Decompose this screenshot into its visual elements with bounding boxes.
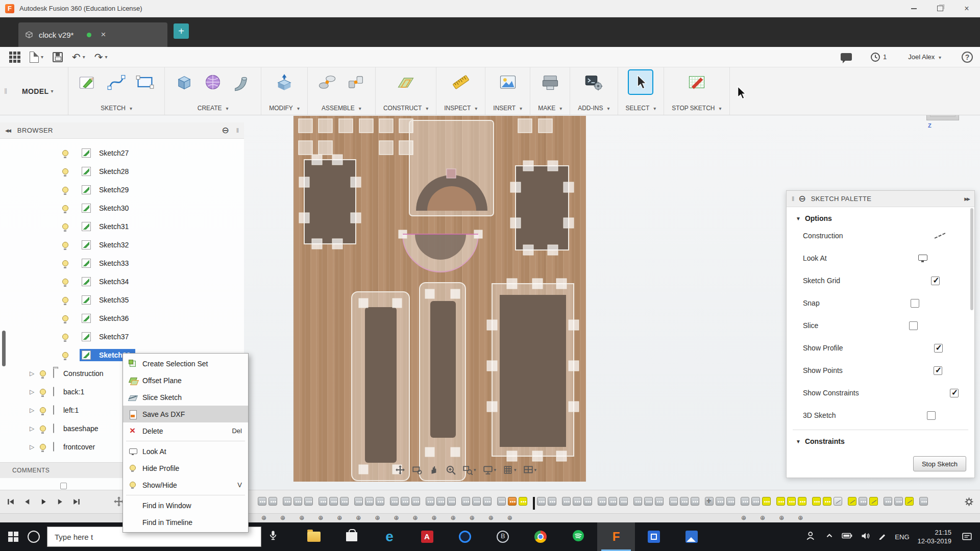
timeline-feature-icon[interactable] xyxy=(894,497,903,506)
timeline-feature-icon[interactable] xyxy=(562,497,571,506)
timeline-feature-icon[interactable] xyxy=(919,497,928,506)
action-center-icon[interactable] xyxy=(960,532,975,541)
palette-option-row[interactable]: 3D Sketch xyxy=(787,404,974,427)
ribbon-group-label[interactable]: INSERT▾ xyxy=(493,105,522,113)
ribbon-group-label[interactable]: CONSTRUCT▾ xyxy=(383,105,428,113)
expand-group-icon[interactable]: ⊕ xyxy=(261,514,266,522)
menu-item[interactable]: Hide Profile xyxy=(123,460,248,477)
visibility-bulb-icon[interactable] xyxy=(62,315,68,321)
add-ins-icon[interactable] xyxy=(582,70,605,94)
browser-sketch-row[interactable]: Sketch34 xyxy=(0,272,244,291)
timeline-feature-icon[interactable] xyxy=(411,497,420,506)
visibility-bulb-icon[interactable] xyxy=(62,279,68,285)
timeline-feature-icon[interactable] xyxy=(598,497,606,506)
palette-option-row[interactable]: Show Profile xyxy=(787,337,974,359)
checkbox[interactable] xyxy=(934,344,943,353)
expand-group-icon[interactable]: ⊕ xyxy=(760,514,765,522)
collapse-icon[interactable]: ⊖ xyxy=(798,193,805,204)
store-icon[interactable] xyxy=(333,522,371,551)
timeline-feature-icon[interactable] xyxy=(823,497,831,506)
palette-option-construction[interactable]: Construction xyxy=(787,224,974,247)
timeline-feature-icon[interactable] xyxy=(258,497,266,506)
menu-item[interactable]: Offset Plane xyxy=(123,372,248,389)
battery-icon[interactable] xyxy=(842,532,853,541)
expand-group-icon[interactable]: ⊕ xyxy=(432,514,437,522)
visibility-bulb-icon[interactable] xyxy=(40,444,46,450)
timeline-feature-icon[interactable] xyxy=(573,497,581,506)
collapse-panel-icon[interactable]: ◀◀ xyxy=(5,128,10,133)
visibility-bulb-icon[interactable] xyxy=(62,187,68,193)
create-sketch-icon[interactable] xyxy=(76,70,100,94)
step-forward-button[interactable] xyxy=(53,495,66,508)
expand-group-icon[interactable]: ⊕ xyxy=(356,514,361,522)
b-app-icon[interactable] xyxy=(484,522,522,551)
stop-sketch-button[interactable]: Stop Sketch xyxy=(913,456,966,471)
form-icon[interactable] xyxy=(201,70,225,94)
visibility-bulb-icon[interactable] xyxy=(62,168,68,174)
timeline-feature-icon[interactable] xyxy=(318,497,327,506)
visibility-bulb-icon[interactable] xyxy=(40,389,46,395)
workspace-switcher[interactable]: MODEL ▾ xyxy=(7,67,68,115)
minimize-button[interactable] xyxy=(900,0,927,17)
browser-sketch-row[interactable]: Sketch32 xyxy=(0,236,244,254)
go-to-start-button[interactable] xyxy=(4,495,17,508)
make-icon[interactable] xyxy=(538,70,562,94)
go-to-end-button[interactable] xyxy=(69,495,83,508)
palette-option-row[interactable]: Slice xyxy=(787,314,974,337)
menu-item[interactable]: Look At xyxy=(123,443,248,460)
save-button[interactable] xyxy=(53,49,63,65)
timeline-feature-icon[interactable] xyxy=(329,497,338,506)
as-built-joint-icon[interactable] xyxy=(344,70,368,94)
file-menu-button[interactable]: ▾ xyxy=(30,49,43,65)
timeline-feature-icon[interactable] xyxy=(472,497,481,506)
checkbox[interactable] xyxy=(934,366,942,375)
expand-group-icon[interactable]: ⊕ xyxy=(299,514,304,522)
timeline-feature-icon[interactable] xyxy=(354,497,363,506)
tray-clock[interactable]: 21:15 12-03-2019 xyxy=(918,528,952,545)
stop-sketch-icon[interactable] xyxy=(685,70,708,94)
timeline-feature-icon[interactable] xyxy=(859,497,867,506)
menu-item[interactable]: Create Selection Set xyxy=(123,355,248,372)
timeline-feature-icon[interactable] xyxy=(508,497,517,506)
timeline-feature-icon[interactable] xyxy=(751,497,760,506)
pan-icon[interactable] xyxy=(394,463,406,477)
step-back-button[interactable] xyxy=(20,495,34,508)
timeline-feature-icon[interactable] xyxy=(365,497,374,506)
browser-sketch-row[interactable]: Sketch30 xyxy=(0,199,244,217)
select-tool-icon[interactable] xyxy=(629,70,652,94)
ribbon-group-label[interactable]: ASSEMBLE▾ xyxy=(322,105,361,113)
zoom-icon[interactable] xyxy=(445,463,457,477)
expand-arrow-icon[interactable]: ▷ xyxy=(30,388,40,395)
browser-sketch-row[interactable]: Sketch37 xyxy=(0,328,244,346)
expand-group-icon[interactable]: ⊕ xyxy=(280,514,285,522)
visibility-bulb-icon[interactable] xyxy=(40,370,46,377)
timeline-feature-icon[interactable] xyxy=(905,497,914,506)
redo-button[interactable]: ↷▾ xyxy=(94,49,108,65)
comment-bubble-icon[interactable] xyxy=(841,53,852,61)
pan-hand-icon[interactable] xyxy=(428,463,440,477)
menu-item[interactable]: Find in Window xyxy=(123,497,248,514)
expand-arrow-icon[interactable]: ▷ xyxy=(30,407,40,414)
rectangle-tool-icon[interactable] xyxy=(133,70,157,94)
timeline-feature-icon[interactable] xyxy=(716,497,724,506)
display-settings-icon[interactable]: ▾ xyxy=(482,463,498,477)
timeline-feature-icon[interactable] xyxy=(776,497,785,506)
palette-option-row[interactable]: Sketch Grid xyxy=(787,269,974,292)
wood-sketch-render[interactable] xyxy=(293,116,586,482)
timeline-settings-icon[interactable] xyxy=(964,497,974,509)
timeline-feature-icon[interactable] xyxy=(268,497,277,506)
visibility-bulb-icon[interactable] xyxy=(62,297,68,303)
look-at-icon[interactable] xyxy=(411,463,423,477)
constraints-section-header[interactable]: ▼ Constraints xyxy=(787,430,974,447)
expand-group-icon[interactable]: ⊕ xyxy=(507,514,512,522)
browser-scrollbar[interactable] xyxy=(2,331,6,366)
timeline-feature-icon[interactable] xyxy=(655,497,664,506)
browser-sketch-row[interactable]: Sketch29 xyxy=(0,181,244,199)
timeline-feature-icon[interactable] xyxy=(741,497,749,506)
edge-icon[interactable] xyxy=(371,522,408,551)
adobe-icon[interactable] xyxy=(408,522,446,551)
timeline-feature-icon[interactable] xyxy=(436,497,445,506)
fusion-360-icon[interactable] xyxy=(597,522,635,551)
timeline-feature-icon[interactable] xyxy=(519,497,527,506)
maximize-button[interactable] xyxy=(927,0,953,17)
